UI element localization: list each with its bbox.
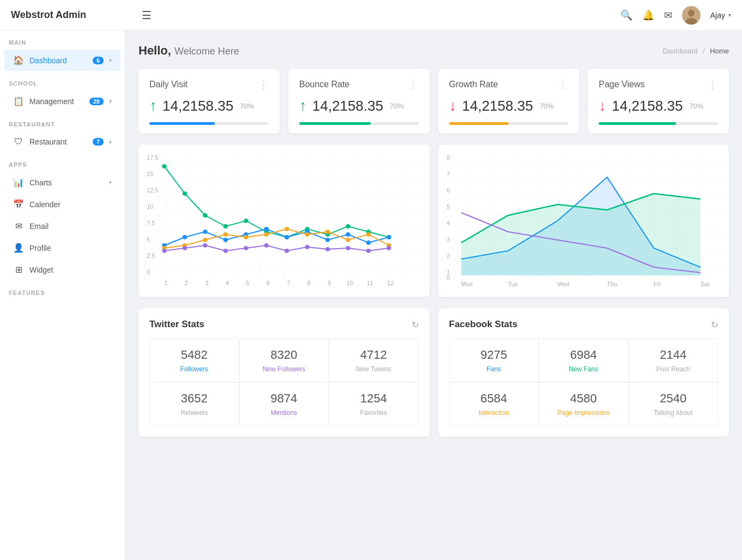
twitter-stats-card: Twitter Stats ↻ 5482 Followers 8320 New …: [138, 308, 430, 437]
sidebar-label-management: Management: [29, 97, 84, 106]
svg-point-25: [183, 191, 188, 196]
sidebar-label-dashboard: Dashboard: [29, 56, 87, 65]
svg-text:3: 3: [447, 237, 450, 243]
svg-text:10: 10: [346, 280, 353, 286]
facebook-page-impressions-value: 4580: [545, 392, 623, 406]
svg-text:Wed: Wed: [557, 281, 569, 287]
main-content: Hello, Welcome Here Dashboard / Home Dai…: [125, 31, 742, 560]
svg-point-47: [387, 235, 391, 239]
stat-card-daily-visit: Daily Visit ⋮ ↑ 14,2158.35 70%: [138, 69, 280, 134]
facebook-stats-grid: 9275 Fans 6984 New Fans 2144 Post Reach …: [449, 339, 719, 426]
stat-card-value-row: ↓ 14,2158.35 70%: [449, 97, 569, 115]
svg-text:2: 2: [447, 253, 450, 259]
sidebar-label-widget: Widget: [29, 266, 112, 274]
area-chart-right: 8 7 6 5 4 3 2 1 0 Mon Tue Wed Thu Fri Sa…: [438, 144, 729, 297]
twitter-new-tweets-label: New Tweets: [335, 365, 413, 373]
stat-bar-track: [299, 122, 419, 125]
stat-card-header: Daily Visit ⋮: [149, 80, 269, 89]
svg-point-62: [203, 243, 208, 248]
twitter-retweets-label: Retweets: [155, 409, 233, 417]
stat-pct: 70%: [540, 102, 554, 110]
bell-icon[interactable]: 🔔: [642, 9, 654, 21]
twitter-refresh-icon[interactable]: ↻: [412, 320, 419, 330]
sidebar-item-restaurant[interactable]: 🛡 Restaurant 7 ▾: [4, 131, 120, 152]
management-chevron-icon: ▾: [109, 98, 112, 104]
svg-point-28: [244, 219, 249, 223]
sidebar-item-widget[interactable]: ⊞ Widget: [4, 259, 120, 280]
sidebar-item-profile[interactable]: 👤 Profile: [4, 237, 120, 258]
facebook-talking-about-label: Talking About: [635, 409, 713, 417]
twitter-stats-grid: 5482 Followers 8320 New Followers 4712 N…: [149, 339, 419, 426]
sidebar-item-management[interactable]: 📋 Management 28 ▾: [4, 91, 120, 112]
sidebar-item-charts[interactable]: 📊 Charts ▾: [4, 172, 120, 193]
svg-point-63: [223, 249, 228, 253]
sidebar-item-calendar[interactable]: 📅 Calender: [4, 194, 120, 215]
stat-card-menu-icon[interactable]: ⋮: [408, 80, 419, 89]
svg-point-56: [325, 230, 330, 234]
stat-value: 14,2158.35: [162, 98, 233, 115]
svg-point-27: [223, 224, 228, 228]
sidebar-item-dashboard[interactable]: 🏠 Dashboard 6 ▾: [4, 50, 120, 71]
facebook-talking-about-value: 2540: [635, 392, 713, 406]
svg-point-26: [203, 213, 208, 218]
social-stats-row: Twitter Stats ↻ 5482 Followers 8320 New …: [138, 308, 729, 437]
svg-text:17.5: 17.5: [147, 155, 158, 161]
breadcrumb-current: Home: [710, 47, 729, 55]
facebook-card-title: Facebook Stats: [449, 319, 518, 330]
svg-point-71: [387, 246, 391, 250]
svg-text:7: 7: [447, 171, 450, 177]
svg-point-57: [346, 238, 351, 242]
svg-text:5: 5: [246, 280, 249, 286]
facebook-fans-cell: 9275 Fans: [449, 339, 539, 382]
stat-card-menu-icon[interactable]: ⋮: [708, 80, 718, 89]
stat-card-header: Growth Rate ⋮: [449, 80, 569, 89]
svg-text:3: 3: [205, 280, 208, 286]
sidebar-label-email: Email: [29, 222, 112, 231]
breadcrumb-root[interactable]: Dashboard: [663, 47, 698, 55]
svg-text:11: 11: [367, 280, 373, 286]
sidebar: MAIN 🏠 Dashboard 6 ▾ SCHOOL 📋 Management…: [0, 31, 125, 560]
sidebar-label-calendar: Calender: [29, 200, 112, 209]
stat-pct: 70%: [240, 102, 254, 110]
svg-point-33: [346, 224, 351, 228]
twitter-favorites-value: 1254: [335, 392, 413, 406]
svg-text:1: 1: [164, 280, 167, 286]
restaurant-icon: 🛡: [13, 137, 24, 147]
sidebar-label-profile: Profile: [29, 244, 112, 252]
svg-point-58: [366, 232, 371, 237]
arrow-down-icon: ↓: [599, 97, 606, 115]
svg-point-37: [183, 235, 188, 239]
svg-rect-3: [144, 155, 424, 281]
twitter-new-tweets-cell: 4712 New Tweets: [329, 339, 419, 382]
charts-row: 17.5 15 12.5 10 7.5 5 2.5 0 1 2 3 4 5 6 …: [138, 144, 729, 297]
stat-card-title: Bounce Rate: [299, 80, 350, 89]
sidebar-section-main: MAIN: [0, 31, 125, 49]
stat-value: 14,2158.35: [462, 98, 533, 115]
twitter-followers-value: 5482: [155, 348, 233, 362]
sidebar-section-restaurant: RESTAURANT: [0, 112, 125, 131]
search-icon[interactable]: 🔍: [620, 9, 632, 21]
breadcrumb-separator: /: [703, 47, 707, 55]
svg-point-66: [285, 249, 289, 253]
sidebar-section-features: FEATURES: [0, 281, 125, 299]
svg-text:Tue: Tue: [508, 281, 517, 287]
svg-text:12: 12: [387, 280, 394, 286]
facebook-interaction-cell: 6584 Interaction: [449, 382, 539, 426]
stat-card-menu-icon[interactable]: ⋮: [258, 80, 269, 89]
stat-card-menu-icon[interactable]: ⋮: [558, 80, 568, 89]
facebook-new-fans-label: New Fans: [545, 365, 623, 373]
menu-toggle-icon[interactable]: ☰: [142, 9, 152, 22]
sidebar-item-email[interactable]: ✉ Email: [4, 215, 120, 237]
twitter-card-header: Twitter Stats ↻: [149, 319, 419, 330]
profile-icon: 👤: [13, 243, 24, 253]
facebook-refresh-icon[interactable]: ↻: [711, 320, 718, 330]
widget-icon: ⊞: [13, 264, 24, 275]
user-menu[interactable]: Ajay ▾: [710, 11, 731, 20]
sidebar-section-apps: APPS: [0, 153, 125, 171]
svg-text:Sat: Sat: [700, 281, 709, 287]
mail-icon[interactable]: ✉: [664, 9, 672, 21]
restaurant-badge: 7: [93, 138, 104, 146]
stat-value: 14,2158.35: [612, 98, 683, 115]
stat-bar-track: [149, 122, 269, 125]
dashboard-badge: 6: [93, 57, 104, 64]
